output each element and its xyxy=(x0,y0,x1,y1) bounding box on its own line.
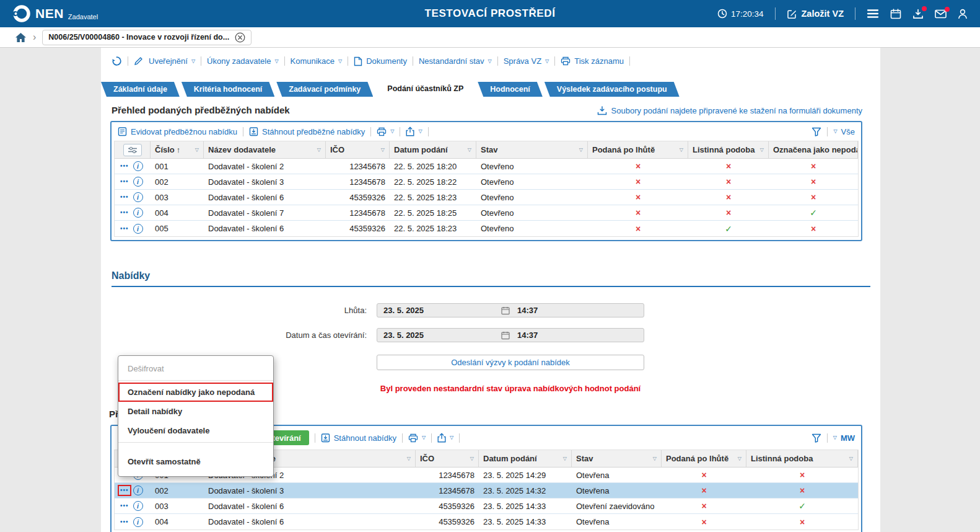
info-icon[interactable] xyxy=(133,192,143,202)
table-row[interactable]: 003 Dodavatel - školení 6 45359326 23. 5… xyxy=(115,499,858,514)
column-header-datum-podani[interactable]: Datum podání xyxy=(390,141,476,158)
column-header-ico[interactable]: IČO xyxy=(326,141,390,158)
tab-zadavaci-podminky[interactable]: Zadávací podmínky xyxy=(276,82,373,97)
create-vz-button[interactable]: Založit VZ xyxy=(787,9,844,19)
column-header-datum-podani[interactable]: Datum podání xyxy=(479,450,572,467)
download-files-link[interactable]: Soubory podání najdete připravené ke sta… xyxy=(597,106,862,115)
table-row-selected[interactable]: 002 Dodavatel - školení 3 12345678 23. 5… xyxy=(115,483,858,499)
table-row[interactable]: 005 Dodavatel - školení 6 45359326 22. 5… xyxy=(115,221,858,236)
view-filter-dropdown[interactable]: MW xyxy=(833,433,855,443)
row-menu-button[interactable] xyxy=(120,503,129,509)
print-table-button[interactable] xyxy=(377,127,394,136)
table-row[interactable]: 004 Dodavatel - školení 7 12345678 22. 5… xyxy=(115,205,858,221)
export-table-button[interactable] xyxy=(437,433,453,443)
filter-button[interactable] xyxy=(812,433,821,443)
export-table-button[interactable] xyxy=(406,126,422,136)
opening-time-value[interactable]: 14:37 xyxy=(510,330,538,340)
row-menu-button[interactable] xyxy=(120,163,129,169)
deadline-time-value[interactable]: 14:37 xyxy=(510,306,538,315)
toolbar-item-sprava-vz[interactable]: Správa VZ xyxy=(504,56,549,66)
app-logo[interactable]: NEN Zadavatel xyxy=(12,4,98,23)
column-filter-icon[interactable] xyxy=(653,456,657,461)
tab-vysledek-zadavaciho-postupu[interactable]: Výsledek zadávacího postupu xyxy=(545,82,680,97)
toolbar-item-dokumenty[interactable]: Dokumenty xyxy=(354,56,407,66)
row-menu-button[interactable] xyxy=(120,210,129,216)
row-menu-button[interactable] xyxy=(120,226,129,232)
info-icon[interactable] xyxy=(133,485,143,495)
table-row[interactable]: 002 Dodavatel - školení 3 12345678 22. 5… xyxy=(115,174,858,190)
column-filter-icon[interactable] xyxy=(849,456,853,461)
column-filter-icon[interactable] xyxy=(407,456,411,461)
row-menu-button[interactable] xyxy=(120,519,129,525)
calendar-button[interactable] xyxy=(890,9,901,19)
opening-date-value[interactable]: 23. 5. 2025 xyxy=(377,330,501,340)
tab-podani-ucastniku-zp[interactable]: Podání účastníků ZP xyxy=(375,81,476,97)
send-invitation-button[interactable]: Odeslání výzvy k podání nabídek xyxy=(377,355,644,370)
edit-record-button[interactable] xyxy=(134,56,143,66)
info-icon[interactable] xyxy=(133,161,143,171)
record-prelim-offer-button[interactable]: Evidovat předběžnou nabídku xyxy=(118,126,237,136)
column-header-listinna-podoba[interactable]: Listinná podoba xyxy=(688,141,769,158)
toolbar-item-uverejneni[interactable]: Uveřejnění xyxy=(149,56,195,66)
column-header-nazev-dodavatele[interactable]: Název dodavatele xyxy=(204,141,326,158)
close-icon[interactable] xyxy=(235,32,245,43)
toolbar-item-nestandardni-stav[interactable]: Nestandardní stav xyxy=(419,56,492,66)
filter-button[interactable] xyxy=(812,127,821,136)
column-header-stav[interactable]: Stav xyxy=(572,450,662,467)
info-icon[interactable] xyxy=(133,501,143,511)
info-icon[interactable] xyxy=(133,517,143,527)
column-filter-icon[interactable] xyxy=(680,148,683,153)
column-header-oznacena-jako-nepodana[interactable]: Označena jako nepodaná xyxy=(769,141,858,158)
breadcrumb-record-tab[interactable]: N006/25/V00004860 - Inovace v rozvoji ří… xyxy=(42,30,252,45)
info-icon[interactable] xyxy=(133,224,143,234)
tab-hodnoceni[interactable]: Hodnocení xyxy=(478,82,543,97)
table-row[interactable]: 003 Dodavatel - školení 6 45359326 22. 5… xyxy=(115,190,858,205)
downloads-button[interactable] xyxy=(912,9,924,19)
toolbar-item-tisk-zaznamu[interactable]: Tisk záznamu xyxy=(561,56,624,66)
calendar-icon[interactable] xyxy=(501,306,510,315)
column-filter-icon[interactable] xyxy=(470,456,474,461)
column-filter-icon[interactable] xyxy=(195,148,199,153)
column-header-stav[interactable]: Stav xyxy=(476,141,588,158)
download-offers-button[interactable]: Stáhnout nabídky xyxy=(321,433,396,443)
column-header-ico[interactable]: IČO xyxy=(416,450,479,467)
column-filter-icon[interactable] xyxy=(738,456,742,461)
column-settings-button[interactable] xyxy=(123,144,142,156)
column-filter-icon[interactable] xyxy=(468,148,471,153)
menu-item-otevrit-samostatne[interactable]: Otevřít samostatně xyxy=(118,452,273,471)
table-row[interactable]: 001 Dodavatel - školení 2 12345678 22. 5… xyxy=(115,159,858,174)
menu-item-detail-nabidky[interactable]: Detail nabídky xyxy=(118,402,273,421)
history-button[interactable] xyxy=(112,56,122,66)
info-icon[interactable] xyxy=(133,177,143,187)
column-filter-icon[interactable] xyxy=(317,148,321,153)
menu-button[interactable] xyxy=(867,9,879,19)
info-icon[interactable] xyxy=(133,208,143,218)
toolbar-item-komunikace[interactable]: Komunikace xyxy=(291,56,343,66)
menu-item-oznaceni-nabidky-jako-nepodana[interactable]: Označení nabídky jako nepodaná xyxy=(118,383,273,402)
opening-field[interactable]: 23. 5. 2025 14:37 xyxy=(377,328,644,342)
column-header-podana-po-lhute[interactable]: Podaná po lhůtě xyxy=(588,141,688,158)
tab-kriteria-hodnoceni[interactable]: Kritéria hodnocení xyxy=(182,82,274,97)
download-prelim-offers-button[interactable]: Stáhnout předběžné nabídky xyxy=(249,126,365,136)
profile-button[interactable] xyxy=(958,9,968,19)
calendar-icon[interactable] xyxy=(501,331,510,340)
tab-zakladni-udaje[interactable]: Základní údaje xyxy=(101,82,180,97)
deadline-date-value[interactable]: 23. 5. 2025 xyxy=(377,306,501,315)
column-header-cislo[interactable]: Číslo xyxy=(151,141,204,158)
row-menu-button[interactable] xyxy=(120,179,129,185)
column-filter-icon[interactable] xyxy=(563,456,567,461)
menu-item-vylouceni-dodavatele[interactable]: Vyloučení dodavatele xyxy=(118,421,273,440)
deadline-field[interactable]: 23. 5. 2025 14:37 xyxy=(377,303,644,317)
table-row[interactable]: 004 Dodavatel - školení 6 45359326 23. 5… xyxy=(115,514,858,530)
column-filter-icon[interactable] xyxy=(579,148,583,153)
column-header-listinna-podoba[interactable]: Listinná podoba xyxy=(746,450,858,467)
row-menu-button[interactable] xyxy=(120,194,129,200)
print-table-button[interactable] xyxy=(408,433,426,443)
toolbar-item-ukony-zadavatele[interactable]: Úkony zadavatele xyxy=(207,56,279,66)
messages-button[interactable] xyxy=(935,9,947,19)
column-filter-icon[interactable] xyxy=(760,148,764,153)
column-header-podana-po-lhute[interactable]: Podaná po lhůtě xyxy=(662,450,746,467)
row-menu-button[interactable] xyxy=(120,487,129,494)
home-button[interactable] xyxy=(15,32,27,43)
column-filter-icon[interactable] xyxy=(381,148,385,153)
